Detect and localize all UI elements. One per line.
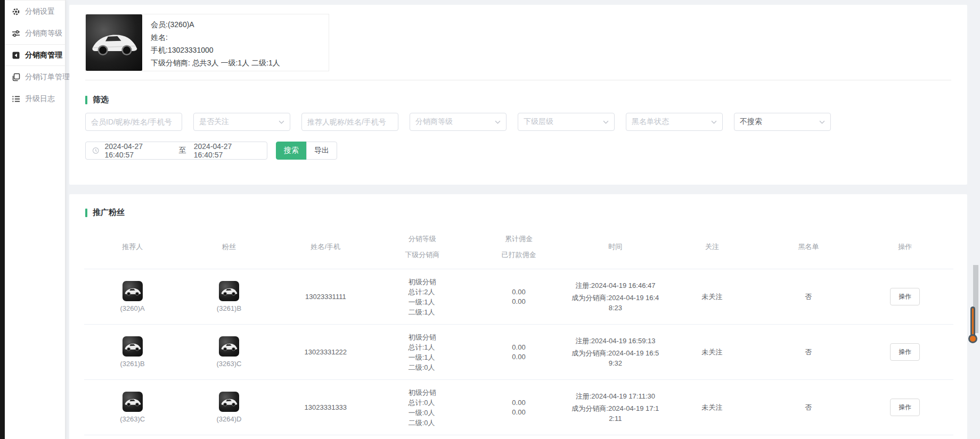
filter-row: 是否关注 分销商等级 下级层级 黑名单状态 不搜索 bbox=[85, 113, 951, 131]
row-action-button[interactable]: 操作 bbox=[890, 288, 920, 305]
member-filter-panel: 会员:(3260)A 姓名: 手机:13023331000 下级分销商: 总共3… bbox=[69, 5, 967, 185]
registered-time: 注册:2024-04-19 16:59:13 bbox=[570, 336, 660, 346]
export-button[interactable]: 导出 bbox=[306, 142, 337, 160]
thermometer-icon bbox=[966, 307, 979, 343]
sidebar-item-label: 分销商管理 bbox=[25, 51, 62, 60]
became-distributor-time: 成为分销商:2024-04-19 16:48:23 bbox=[570, 293, 660, 313]
col-name-phone: 姓名/手机 bbox=[277, 243, 374, 251]
phone-cell: 13023331333 bbox=[277, 403, 374, 411]
level-cell: 初级分销 总计:2人 一级:1人 二级:1人 bbox=[374, 277, 470, 317]
referrer-avatar bbox=[123, 281, 143, 301]
referrer-keyword-input[interactable] bbox=[307, 118, 393, 126]
referrer-cell: (3260)A bbox=[84, 281, 181, 312]
table-header-row: 推荐人 粉丝 姓名/手机 分销等级下级分销商 累计佣金已打款佣金 时间 关注 黑… bbox=[84, 225, 953, 269]
fan-avatar bbox=[219, 336, 239, 357]
registered-time: 注册:2024-04-19 17:11:30 bbox=[570, 391, 660, 401]
section-divider bbox=[85, 80, 951, 80]
time-cell: 注册:2024-04-19 16:46:47 成为分销商:2024-04-19 … bbox=[567, 280, 664, 313]
col-level: 分销等级下级分销商 bbox=[374, 235, 470, 259]
blacklist-cell: 否 bbox=[760, 292, 856, 302]
filter-buttons: 搜索 导出 bbox=[276, 142, 337, 160]
referrer-cell: (3263)C bbox=[84, 392, 181, 423]
referrer-label: (3263)C bbox=[120, 415, 145, 423]
table-row: (3260)A (3261)B 13023331111 初级分销 总计:2人 一… bbox=[84, 269, 953, 324]
date-end: 2024-04-27 16:40:57 bbox=[194, 142, 260, 159]
action-cell: 操作 bbox=[857, 288, 953, 305]
col-action: 操作 bbox=[857, 243, 953, 251]
member-info: 会员:(3260)A 姓名: 手机:13023331000 下级分销商: 总共3… bbox=[142, 14, 289, 71]
fan-avatar bbox=[219, 392, 239, 412]
became-distributor-time: 成为分销商:2024-04-19 17:12:11 bbox=[570, 403, 660, 424]
distribution-admin-page: 分销设置 分销商等级 分销商管理 分销订单管理 bbox=[0, 0, 980, 439]
sidebar-item-label: 分销商等级 bbox=[25, 29, 62, 38]
chevron-down-icon bbox=[603, 120, 609, 124]
follow-cell: 未关注 bbox=[664, 403, 760, 412]
col-referrer: 推荐人 bbox=[84, 243, 181, 251]
date-filter-row: 2024-04-27 16:40:57 至 2024-04-27 16:40:5… bbox=[85, 142, 951, 160]
action-cell: 操作 bbox=[857, 343, 953, 361]
col-time: 时间 bbox=[567, 243, 664, 251]
level-cell: 初级分销 总计:1人 一级:1人 二级:0人 bbox=[374, 332, 470, 372]
upgrade-log-list-icon bbox=[12, 95, 20, 103]
sidebar-item-label: 分销设置 bbox=[25, 7, 55, 16]
sliders-icon bbox=[12, 29, 20, 38]
referrer-keyword-field bbox=[301, 113, 398, 131]
sidebar-item-distributor-levels[interactable]: 分销商等级 bbox=[5, 22, 65, 44]
row-action-button[interactable]: 操作 bbox=[890, 399, 920, 416]
member-keyword-field bbox=[85, 113, 182, 131]
sidebar-item-distribution-settings[interactable]: 分销设置 bbox=[5, 1, 65, 22]
referrer-label: (3261)B bbox=[120, 360, 145, 368]
date-range-picker[interactable]: 2024-04-27 16:40:57 至 2024-04-27 16:40:5… bbox=[85, 142, 267, 160]
clock-icon bbox=[92, 147, 99, 154]
member-keyword-input[interactable] bbox=[91, 118, 176, 126]
search-mode-select[interactable]: 不搜索 bbox=[734, 113, 831, 131]
commission-cell: 0.00 0.00 bbox=[470, 343, 567, 362]
distributor-level-select[interactable]: 分销商等级 bbox=[410, 113, 507, 131]
chevron-down-icon bbox=[711, 120, 717, 124]
chevron-down-icon bbox=[279, 120, 284, 124]
registered-time: 注册:2024-04-19 16:46:47 bbox=[570, 280, 660, 291]
chevron-down-icon bbox=[495, 120, 501, 124]
follow-cell: 未关注 bbox=[664, 347, 760, 357]
referrer-avatar bbox=[123, 392, 143, 412]
member-card: 会员:(3260)A 姓名: 手机:13023331000 下级分销商: 总共3… bbox=[85, 14, 329, 71]
commission-cell: 0.00 0.00 bbox=[470, 398, 567, 417]
fan-label: (3261)B bbox=[217, 304, 241, 312]
member-subordinates-line: 下级分销商: 总共3人 一级:1人 二级:1人 bbox=[151, 56, 280, 69]
row-action-button[interactable]: 操作 bbox=[890, 343, 920, 361]
filter-section-title: 筛选 bbox=[85, 95, 967, 105]
col-fan: 粉丝 bbox=[181, 243, 277, 251]
member-car-photo bbox=[86, 14, 142, 71]
sidebar-item-distributor-management[interactable]: 分销商管理 bbox=[5, 44, 65, 66]
fan-label: (3264)D bbox=[217, 415, 242, 423]
time-cell: 注册:2024-04-19 17:11:30 成为分销商:2024-04-19 … bbox=[567, 391, 664, 424]
sidebar-item-distribution-orders[interactable]: 分销订单管理 bbox=[5, 66, 65, 88]
member-name-line: 姓名: bbox=[151, 31, 280, 44]
accent-bar bbox=[85, 96, 87, 104]
follow-status-select[interactable]: 是否关注 bbox=[193, 113, 290, 131]
sidebar: 分销设置 分销商等级 分销商管理 分销订单管理 bbox=[5, 0, 66, 439]
phone-cell: 13023331222 bbox=[277, 348, 374, 356]
distributor-manage-icon bbox=[12, 51, 20, 60]
blacklist-status-select[interactable]: 黑名单状态 bbox=[626, 113, 723, 131]
search-button[interactable]: 搜索 bbox=[276, 142, 307, 160]
referrer-label: (3260)A bbox=[120, 304, 145, 312]
col-blacklist: 黑名单 bbox=[760, 243, 856, 251]
became-distributor-time: 成为分销商:2024-04-19 16:59:32 bbox=[570, 348, 660, 368]
gear-icon bbox=[12, 7, 20, 16]
sidebar-item-upgrade-log[interactable]: 升级日志 bbox=[5, 88, 65, 110]
fan-cell: (3261)B bbox=[181, 281, 277, 312]
time-cell: 注册:2024-04-19 16:59:13 成为分销商:2024-04-19 … bbox=[567, 336, 664, 368]
promotion-fans-panel: 推广粉丝 推荐人 粉丝 姓名/手机 分销等级下级分销商 累计佣金已打款佣金 时间… bbox=[69, 194, 967, 439]
accent-bar bbox=[85, 209, 87, 217]
chevron-down-icon bbox=[819, 120, 825, 124]
referrer-avatar bbox=[123, 336, 143, 357]
member-id-line: 会员:(3260)A bbox=[151, 18, 280, 31]
fans-section-title: 推广粉丝 bbox=[85, 208, 967, 218]
table-row: (3263)C (3264)D 13023331333 初级分销 总计:0人 一… bbox=[84, 379, 953, 435]
fan-cell: (3264)D bbox=[181, 392, 277, 423]
order-copy-icon bbox=[12, 73, 20, 81]
col-follow: 关注 bbox=[664, 243, 760, 251]
sub-level-select[interactable]: 下级层级 bbox=[518, 113, 615, 131]
sidebar-menu: 分销设置 分销商等级 分销商管理 分销订单管理 bbox=[5, 0, 65, 110]
